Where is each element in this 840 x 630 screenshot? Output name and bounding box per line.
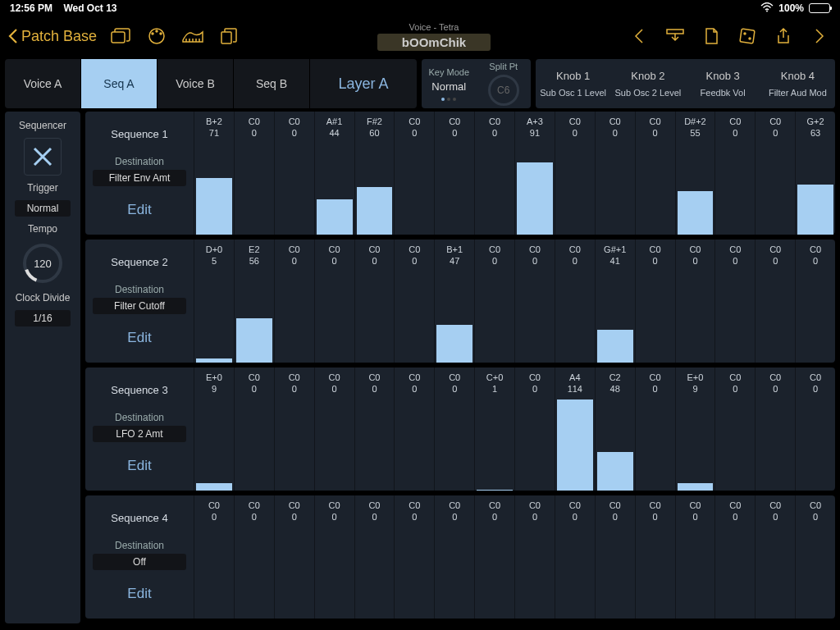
step-2[interactable]: C00 bbox=[234, 495, 274, 619]
dest-value[interactable]: Filter Cutoff bbox=[93, 298, 186, 314]
step-13[interactable]: C00 bbox=[675, 495, 715, 619]
edit-button[interactable]: Edit bbox=[127, 458, 151, 474]
tempo-dial[interactable]: 120 bbox=[21, 241, 65, 285]
copy-icon[interactable] bbox=[217, 24, 241, 48]
step-6[interactable]: C00 bbox=[394, 112, 434, 235]
step-3[interactable]: C00 bbox=[274, 495, 314, 619]
knob-3[interactable]: Knob 3Feedbk Vol bbox=[686, 70, 760, 98]
step-5[interactable]: F#260 bbox=[354, 112, 395, 235]
step-3[interactable]: C00 bbox=[274, 368, 314, 491]
step-8[interactable]: C00 bbox=[474, 112, 514, 235]
step-9[interactable]: C00 bbox=[514, 240, 555, 363]
tab-seq-a[interactable]: Seq A bbox=[81, 59, 158, 108]
next-icon[interactable] bbox=[807, 24, 832, 48]
step-15[interactable]: C00 bbox=[755, 368, 795, 491]
keymode-col[interactable]: Key Mode Normal bbox=[422, 67, 477, 101]
step-12[interactable]: C00 bbox=[635, 368, 675, 491]
sequencer-toggle[interactable] bbox=[24, 138, 62, 176]
step-14[interactable]: C00 bbox=[714, 368, 755, 491]
new-file-icon[interactable] bbox=[699, 24, 724, 48]
step-7[interactable]: C00 bbox=[434, 112, 474, 235]
step-1[interactable]: D+05 bbox=[194, 240, 234, 363]
step-14[interactable]: C00 bbox=[714, 112, 755, 235]
windows-icon[interactable] bbox=[108, 24, 133, 48]
step-12[interactable]: C00 bbox=[635, 112, 675, 235]
knob-1[interactable]: Knob 1Sub Osc 1 Level bbox=[536, 70, 610, 98]
step-10[interactable]: C00 bbox=[555, 495, 595, 619]
step-7[interactable]: C00 bbox=[434, 368, 474, 491]
step-14[interactable]: C00 bbox=[714, 495, 755, 619]
step-2[interactable]: E256 bbox=[234, 240, 274, 363]
step-5[interactable]: C00 bbox=[354, 495, 395, 619]
step-10[interactable]: C00 bbox=[555, 240, 595, 363]
step-6[interactable]: C00 bbox=[394, 240, 434, 363]
step-12[interactable]: C00 bbox=[635, 240, 675, 363]
prev-icon[interactable] bbox=[627, 24, 651, 48]
step-4[interactable]: C00 bbox=[314, 240, 354, 363]
trigger-value[interactable]: Normal bbox=[15, 200, 71, 217]
step-8[interactable]: C00 bbox=[474, 495, 514, 619]
step-7[interactable]: B+147 bbox=[434, 240, 474, 363]
tab-seq-b[interactable]: Seq B bbox=[234, 59, 310, 108]
step-12[interactable]: C00 bbox=[635, 495, 675, 619]
edit-button[interactable]: Edit bbox=[127, 202, 151, 218]
step-1[interactable]: B+271 bbox=[194, 112, 234, 235]
dest-value[interactable]: LFO 2 Amt bbox=[93, 426, 186, 442]
step-16[interactable]: G+263 bbox=[795, 112, 835, 235]
step-9[interactable]: A+391 bbox=[514, 112, 555, 235]
step-13[interactable]: D#+255 bbox=[675, 112, 715, 235]
step-11[interactable]: C248 bbox=[595, 368, 635, 491]
step-3[interactable]: C00 bbox=[274, 112, 314, 235]
share-icon[interactable] bbox=[771, 24, 796, 48]
clock-value[interactable]: 1/16 bbox=[15, 310, 71, 326]
step-2[interactable]: C00 bbox=[234, 368, 274, 491]
step-10[interactable]: A4114 bbox=[555, 368, 595, 491]
step-3[interactable]: C00 bbox=[274, 240, 314, 363]
step-15[interactable]: C00 bbox=[755, 240, 795, 363]
piano-icon[interactable] bbox=[180, 24, 205, 48]
step-label: C00 bbox=[395, 368, 434, 395]
step-8[interactable]: C00 bbox=[474, 240, 514, 363]
back-button[interactable]: Patch Base bbox=[8, 28, 97, 45]
step-9[interactable]: C00 bbox=[514, 368, 555, 491]
step-1[interactable]: C00 bbox=[194, 495, 234, 619]
step-5[interactable]: C00 bbox=[354, 240, 395, 363]
edit-button[interactable]: Edit bbox=[127, 330, 151, 346]
step-8[interactable]: C+01 bbox=[474, 368, 514, 491]
step-16[interactable]: C00 bbox=[795, 368, 835, 491]
step-4[interactable]: C00 bbox=[314, 368, 354, 491]
step-9[interactable]: C00 bbox=[514, 495, 555, 619]
step-14[interactable]: C00 bbox=[714, 240, 755, 363]
step-15[interactable]: C00 bbox=[755, 112, 795, 235]
step-5[interactable]: C00 bbox=[354, 368, 395, 491]
tab-voice-a[interactable]: Voice A bbox=[5, 59, 81, 108]
step-11[interactable]: C00 bbox=[595, 495, 635, 619]
dice-icon[interactable] bbox=[735, 24, 760, 48]
step-4[interactable]: A#144 bbox=[314, 112, 354, 235]
dest-value[interactable]: Filter Env Amt bbox=[93, 170, 186, 186]
palette-icon[interactable] bbox=[144, 24, 169, 48]
step-11[interactable]: C00 bbox=[595, 112, 635, 235]
edit-button[interactable]: Edit bbox=[127, 586, 151, 602]
step-7[interactable]: C00 bbox=[434, 495, 474, 619]
step-16[interactable]: C00 bbox=[795, 495, 835, 619]
step-6[interactable]: C00 bbox=[394, 495, 434, 619]
step-10[interactable]: C00 bbox=[555, 112, 595, 235]
tab-voice-b[interactable]: Voice B bbox=[158, 59, 234, 108]
step-13[interactable]: C00 bbox=[675, 240, 715, 363]
knob-2[interactable]: Knob 2Sub Osc 2 Level bbox=[610, 70, 685, 98]
step-4[interactable]: C00 bbox=[314, 495, 354, 619]
step-1[interactable]: E+09 bbox=[194, 368, 234, 491]
step-13[interactable]: E+09 bbox=[675, 368, 715, 491]
knob-4[interactable]: Knob 4Filter Aud Mod bbox=[760, 70, 835, 98]
tab-layer[interactable]: Layer A bbox=[310, 59, 417, 108]
step-6[interactable]: C00 bbox=[394, 368, 434, 491]
step-15[interactable]: C00 bbox=[755, 495, 795, 619]
download-icon[interactable] bbox=[663, 24, 687, 48]
step-11[interactable]: G#+141 bbox=[595, 240, 635, 363]
steps: C00C00C00C00C00C00C00C00C00C00C00C00C00C… bbox=[194, 495, 835, 619]
dest-value[interactable]: Off bbox=[93, 554, 186, 570]
step-2[interactable]: C00 bbox=[234, 112, 274, 235]
patch-name[interactable]: bOOmChik bbox=[377, 34, 491, 51]
step-16[interactable]: C00 bbox=[795, 240, 835, 363]
